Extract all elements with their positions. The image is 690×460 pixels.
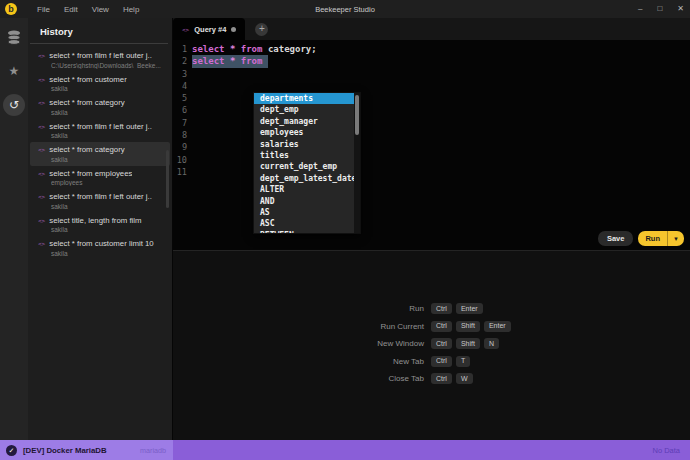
history-item-title: select * from employees	[49, 169, 132, 178]
kbd-ctrl: Ctrl	[431, 356, 452, 367]
autocomplete-item[interactable]: dept_emp	[254, 104, 360, 115]
autocomplete-scrollbar-thumb[interactable]	[355, 95, 359, 135]
autocomplete-item[interactable]: ASC	[254, 218, 360, 229]
unsaved-indicator-dot[interactable]	[231, 27, 236, 32]
editor-lines: 1 select * from category; 2 select * fro…	[173, 43, 690, 178]
shortcut-row: Close Tab CtrlW	[349, 373, 511, 384]
history-item-database: sakila	[51, 250, 164, 257]
save-button[interactable]: Save	[598, 231, 634, 246]
token-keyword: select	[192, 56, 225, 66]
history-list-item[interactable]: <> select * from employees employees	[30, 166, 170, 190]
editor-line[interactable]: 1 select * from category;	[173, 43, 690, 55]
code-icon: <>	[38, 217, 45, 224]
editor-line[interactable]: 9	[173, 141, 690, 153]
editor-line[interactable]: 3	[173, 68, 690, 80]
menu-edit[interactable]: Edit	[58, 3, 84, 16]
autocomplete-item[interactable]: dept_emp_latest_date	[254, 173, 360, 184]
history-item-database: employees	[51, 179, 164, 186]
history-item-database: sakila	[51, 156, 164, 163]
history-list-item[interactable]: <> select * from category sakila	[30, 95, 170, 119]
new-tab-button[interactable]: +	[255, 23, 268, 36]
favorites-star-icon[interactable]: ★	[3, 60, 25, 82]
line-number: 5	[173, 92, 187, 104]
database-icon[interactable]	[3, 26, 25, 48]
history-list-item[interactable]: <> select * from category sakila	[30, 142, 170, 166]
autocomplete-item[interactable]: AS	[254, 207, 360, 218]
autocomplete-items: departmentsdept_empdept_manageremployees…	[254, 93, 360, 234]
editor-line[interactable]: 2 select * from	[173, 55, 690, 67]
autocomplete-item[interactable]: departments	[254, 93, 360, 104]
autocomplete-item[interactable]: current_dept_emp	[254, 161, 360, 172]
autocomplete-item[interactable]: BETWEEN	[254, 230, 360, 234]
history-list-item[interactable]: <> select title, length from film sakila	[30, 213, 170, 237]
editor-line[interactable]: 5	[173, 92, 690, 104]
editor-line[interactable]: 8	[173, 129, 690, 141]
autocomplete-item[interactable]: AND	[254, 196, 360, 207]
history-scrollbar[interactable]	[166, 150, 169, 208]
history-list-item[interactable]: <> select * from customer sakila	[30, 72, 170, 96]
app-logo-icon[interactable]: b	[5, 3, 17, 15]
menu-view[interactable]: View	[86, 3, 115, 16]
line-number: 3	[173, 68, 187, 80]
code-icon: <>	[38, 170, 45, 177]
logo-letter: b	[8, 4, 14, 14]
history-item-title: select * from category	[49, 98, 124, 107]
tab-label: Query #4	[194, 25, 226, 34]
editor-line[interactable]: 7	[173, 117, 690, 129]
close-button[interactable]: ✕	[677, 0, 684, 18]
line-number: 1	[173, 43, 187, 55]
history-list-item[interactable]: <> select * from film f left outer j.. C…	[30, 48, 170, 72]
history-item-database: sakila	[51, 226, 164, 233]
history-header: History	[30, 18, 168, 44]
menu-file[interactable]: File	[31, 3, 56, 16]
editor-line[interactable]: 4	[173, 80, 690, 92]
maximize-button[interactable]: □	[657, 0, 662, 18]
line-code: select * from	[192, 55, 268, 67]
no-data-label: No Data	[652, 446, 680, 455]
kbd-n: N	[484, 338, 499, 349]
line-number: 4	[173, 80, 187, 92]
history-icon[interactable]: ↺	[3, 94, 25, 116]
run-button[interactable]: Run	[638, 234, 667, 243]
autocomplete-scrollbar[interactable]	[354, 93, 360, 233]
titlebar: b FileEditViewHelp Beekeeper Studio – □ …	[0, 0, 690, 18]
minimize-button[interactable]: –	[638, 0, 642, 18]
code-icon: <>	[38, 240, 45, 247]
code-icon: <>	[38, 193, 45, 200]
autocomplete-item[interactable]: titles	[254, 150, 360, 161]
history-item-title: select * from customer limit 10	[49, 239, 153, 248]
shortcut-label: New Tab	[349, 357, 424, 366]
code-icon: <>	[38, 123, 45, 130]
autocomplete-item[interactable]: salaries	[254, 139, 360, 150]
history-item-title: select * from category	[49, 145, 124, 154]
autocomplete-item[interactable]: employees	[254, 127, 360, 138]
token-keyword: from	[241, 56, 263, 66]
app-window: b FileEditViewHelp Beekeeper Studio – □ …	[0, 0, 690, 460]
autocomplete-item[interactable]: ALTER	[254, 184, 360, 195]
shortcut-keys: CtrlShiftN	[431, 338, 499, 349]
line-number: 9	[173, 141, 187, 153]
kbd-w: W	[456, 373, 473, 384]
shortcut-keys: CtrlW	[431, 373, 473, 384]
tab-query-4[interactable]: <> Query #4	[173, 18, 245, 40]
line-number: 11	[173, 166, 187, 178]
connection-status[interactable]: ✓ [DEV] Docker MariaDB mariadb	[0, 440, 173, 460]
editor-line[interactable]: 10	[173, 154, 690, 166]
menu-help[interactable]: Help	[117, 3, 145, 16]
history-list-item[interactable]: <> select * from film f left outer j.. s…	[30, 119, 170, 143]
shortcut-row: Run Current CtrlShiftEnter	[349, 321, 511, 332]
line-number: 7	[173, 117, 187, 129]
run-dropdown-caret-icon[interactable]: ▼	[668, 236, 684, 242]
history-item-title: select * from film f left outer j..	[49, 192, 152, 201]
token-keyword: from	[241, 44, 263, 54]
history-list-item[interactable]: <> select * from film f left outer j.. s…	[30, 189, 170, 213]
autocomplete-dropdown: departmentsdept_empdept_manageremployees…	[253, 92, 361, 234]
run-split-button[interactable]: Run ▼	[638, 231, 684, 246]
autocomplete-item[interactable]: dept_manager	[254, 116, 360, 127]
editor-line[interactable]: 11	[173, 166, 690, 178]
history-list-item[interactable]: <> select * from customer limit 10 sakil…	[30, 236, 170, 260]
sql-editor[interactable]: 1 select * from category; 2 select * fro…	[173, 40, 690, 228]
kbd-shift: Shift	[456, 321, 480, 332]
editor-line[interactable]: 6	[173, 104, 690, 116]
kbd-enter: Enter	[484, 321, 511, 332]
